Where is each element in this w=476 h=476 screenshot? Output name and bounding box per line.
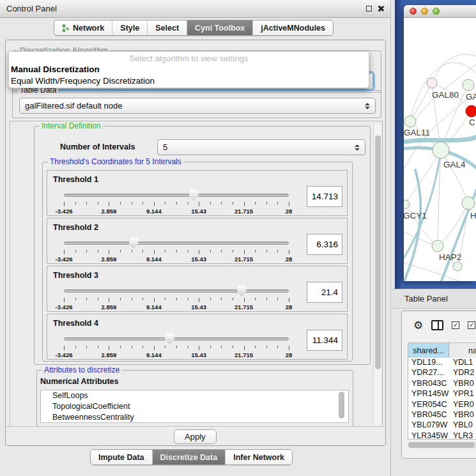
float-window-icon[interactable] [366, 6, 372, 12]
number-of-intervals-label: Number of Intervals [60, 142, 135, 151]
threshold-label: Threshold 4 [53, 319, 98, 328]
tab-infer-network[interactable]: Infer Network [225, 450, 292, 464]
tick-label: 2.859 [94, 208, 123, 215]
table-row[interactable]: YLR345WYLR3 [408, 431, 476, 440]
tick-label: 9.144 [139, 351, 169, 358]
table-row[interactable]: YBR045CYBR0 [408, 410, 476, 420]
column-header-name[interactable]: na [449, 343, 476, 358]
apply-button[interactable]: Apply [174, 429, 217, 444]
node-label-gcy1: GCY1 [404, 211, 427, 220]
tick-label: 15.43 [184, 256, 213, 263]
thresholds-title: Threshold's Coordinates for 5 Intervals [48, 157, 183, 166]
cell-shared-name: YDL19... [408, 358, 449, 368]
network-node-red-node[interactable] [466, 105, 476, 117]
tick-label: -3.426 [49, 208, 79, 215]
tab-label: Select [155, 24, 179, 33]
tab-jactivemnodules[interactable]: jActiveMNodules [252, 20, 333, 35]
threshold-value-field[interactable]: 6.316 [307, 234, 342, 255]
tick-label: -3.426 [49, 351, 79, 358]
slider-tick-labels: -3.4262.8599.14415.4321.71528 [64, 208, 289, 215]
close-traffic-light-icon[interactable] [410, 8, 417, 15]
network-node-ga[interactable] [463, 79, 474, 91]
top-tab-bar: NetworkStyleSelectCyni ToolboxjActiveMNo… [54, 20, 334, 36]
zoom-traffic-light-icon[interactable] [433, 8, 440, 15]
threshold-value-field[interactable]: 14.713 [307, 186, 342, 207]
algorithm-option-manual-discretization[interactable]: Manual Discretization [11, 65, 100, 74]
tick-label: 21.715 [229, 256, 259, 263]
network-node-h[interactable] [462, 197, 475, 210]
combo-arrows-icon [365, 103, 370, 109]
attributes-list-scrollbar[interactable] [339, 390, 344, 422]
node-table-rows: YDL19...YDL1YDR27...YDR2YBR043CYBR0YPR14… [408, 358, 476, 440]
slider-thumb[interactable] [129, 238, 139, 249]
threshold-slider[interactable]: -3.4262.8599.14415.4321.71528 [64, 334, 289, 358]
threshold-value-field[interactable]: 11.344 [307, 330, 342, 351]
network-node-partial-node[interactable] [453, 262, 462, 271]
cell-shared-name: YBL079W [408, 420, 449, 431]
column-header-shared-name[interactable]: shared... [408, 343, 449, 358]
network-node-hap2[interactable] [432, 240, 443, 252]
tab-label: Cyni Toolbox [195, 24, 245, 33]
tick-label: 28 [274, 208, 303, 215]
attribute-item-betweennesscentrality[interactable]: BetweennessCentrality [41, 412, 348, 423]
slider-tick-labels: -3.4262.8599.14415.4321.71528 [64, 256, 289, 263]
network-canvas[interactable]: GAL80GACGAL11GAL4GCY1HHAP2 [404, 18, 476, 281]
network-node-gal4[interactable] [433, 142, 449, 158]
table-horizontal-scrollbar[interactable] [408, 441, 476, 449]
thresholds-group: Threshold's Coordinates for 5 Intervals … [42, 162, 353, 362]
tick-label: 15.43 [184, 351, 213, 358]
checkbox-icon[interactable]: ✓ [452, 321, 459, 329]
tab-impute-data[interactable]: Impute Data [91, 450, 152, 464]
threshold-slider[interactable]: -3.4262.8599.14415.4321.71528 [64, 286, 289, 310]
close-icon[interactable] [377, 5, 384, 12]
table-row[interactable]: YER054CYER0 [408, 400, 476, 410]
network-view-window[interactable]: GAL80GACGAL11GAL4GCY1HHAP2 [404, 5, 476, 281]
slider-thumb[interactable] [237, 286, 247, 296]
attribute-item-selfloops[interactable]: SelfLoops [41, 390, 348, 401]
settings-scrollpane: Interval Definition Number of Intervals … [10, 121, 383, 427]
slider-track [64, 194, 289, 197]
slider-track [64, 289, 289, 293]
slider-thumb[interactable] [165, 334, 174, 344]
attributes-group: Attributes to discretize Numerical Attri… [36, 370, 353, 427]
node-table-header: shared... na [408, 343, 476, 358]
tab-cyni-toolbox[interactable]: Cyni Toolbox [187, 20, 252, 35]
table-row[interactable]: YDR27...YDR2 [408, 368, 476, 378]
tick-label: 9.144 [139, 303, 169, 311]
algorithm-option-equal-width-frequency-discretization[interactable]: Equal Width/Frequency Discretization [11, 76, 155, 86]
split-columns-icon[interactable] [431, 320, 443, 330]
control-panel-window: Control Panel NetworkStyleSelectCyni Too… [0, 0, 391, 476]
threshold-slider[interactable]: -3.4262.8599.14415.4321.71528 [64, 238, 289, 262]
table-row[interactable]: YDL19...YDL1 [408, 358, 476, 368]
network-node-gcy1[interactable] [404, 200, 410, 209]
cell-shared-name: YPR145W [408, 389, 449, 399]
number-of-intervals-combobox[interactable]: 5 [157, 139, 365, 155]
table-row[interactable]: YBL079WYBL0 [408, 420, 476, 431]
cell-name: YLR3 [449, 431, 476, 440]
table-row[interactable]: YBR043CYBR0 [408, 379, 476, 389]
tab-select[interactable]: Select [147, 20, 187, 35]
slider-thumb[interactable] [189, 190, 199, 201]
cell-name: YBL0 [449, 420, 476, 431]
table-data-combobox[interactable]: galFiltered.sif default node [19, 98, 376, 114]
threshold-label: Threshold 3 [53, 271, 98, 280]
tab-network[interactable]: Network [54, 20, 112, 35]
tab-style[interactable]: Style [112, 20, 147, 35]
table-data-group: Table Data galFiltered.sif default node [12, 90, 381, 118]
gear-icon[interactable]: ⚙ [413, 320, 423, 331]
cell-name: YDR2 [449, 368, 476, 378]
network-node-gal11[interactable] [404, 116, 416, 127]
tick-label: 2.859 [94, 351, 123, 358]
tab-discretize-data[interactable]: Discretize Data [152, 450, 226, 464]
threshold-value-field[interactable]: 21.4 [307, 282, 342, 303]
numerical-attributes-list[interactable]: SelfLoopsTopologicalCoefficientBetweenne… [40, 390, 349, 423]
settings-vertical-scrollbar[interactable] [373, 123, 381, 426]
network-node-gal80[interactable] [427, 78, 437, 88]
minimize-traffic-light-icon[interactable] [421, 8, 428, 15]
threshold-slider[interactable]: -3.4262.8599.14415.4321.71528 [64, 190, 289, 214]
table-panel-body: ⚙ ✓ ✓ shared... na YDL19...YDL1YDR27...Y… [401, 311, 476, 459]
table-row[interactable]: YPR145WYPR1 [408, 389, 476, 399]
tick-label: 28 [274, 256, 303, 263]
attribute-item-topologicalcoefficient[interactable]: TopologicalCoefficient [41, 401, 348, 412]
checkbox-icon[interactable]: ✓ [468, 321, 475, 329]
